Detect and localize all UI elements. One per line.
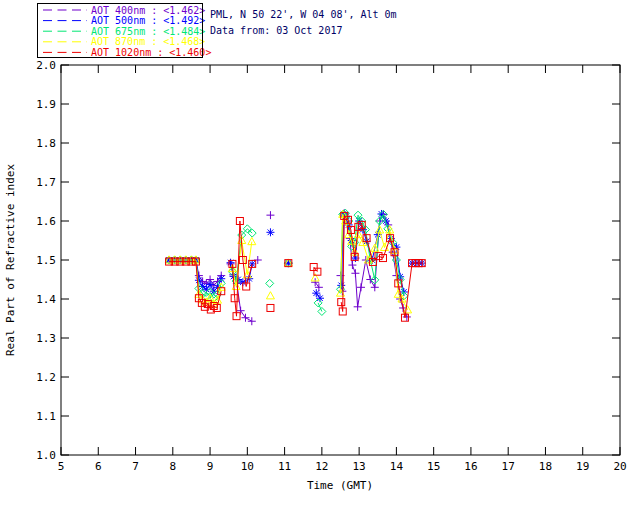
x-tick-label: 14 <box>390 460 404 473</box>
y-tick-label: 1.5 <box>36 254 56 267</box>
plot-border <box>61 65 620 455</box>
x-axis-title: Time (GMT) <box>307 479 373 492</box>
asterisk-marker <box>312 289 320 297</box>
y-axis-title: Real Part of Refractive index <box>4 164 17 356</box>
y-tick-label: 1.0 <box>36 449 56 462</box>
y-tick-label: 1.7 <box>36 176 56 189</box>
x-tick-label: 19 <box>576 460 589 473</box>
legend-entry: AOT 1020nm : <1.460> <box>43 47 211 58</box>
x-tick-label: 9 <box>207 460 214 473</box>
y-tick-label: 1.9 <box>36 98 56 111</box>
y-tick-label: 1.2 <box>36 371 56 384</box>
y-tick-label: 1.6 <box>36 215 56 228</box>
legend-label: AOT 400nm : <1.462> <box>91 5 205 16</box>
station-info: PML, N 50 22', W 04 08', Alt 0m <box>210 9 397 20</box>
asterisk-marker <box>195 276 203 284</box>
x-tick-label: 13 <box>353 460 366 473</box>
data-date: Data from: 03 Oct 2017 <box>210 25 342 36</box>
x-tick-label: 20 <box>613 460 626 473</box>
x-tick-label: 16 <box>464 460 477 473</box>
refractive-index-chart: AOT 400nm : <1.462>AOT 500nm : <1.492>AO… <box>0 0 640 512</box>
triangle-marker <box>266 292 274 299</box>
data-series <box>165 209 426 325</box>
legend-entry: AOT 675nm : <1.484> <box>43 26 205 37</box>
plus-marker <box>237 307 245 315</box>
asterisk-marker <box>266 228 274 236</box>
legend-entry: AOT 870nm : <1.468> <box>43 36 205 47</box>
diamond-marker <box>266 279 274 287</box>
x-tick-label: 8 <box>169 460 176 473</box>
y-tick-label: 1.1 <box>36 410 56 423</box>
x-tick-label: 17 <box>502 460 515 473</box>
aot-plot-page: AOT 400nm : <1.462>AOT 500nm : <1.492>AO… <box>0 0 640 512</box>
x-tick-label: 5 <box>58 460 65 473</box>
legend-label: AOT 1020nm : <1.460> <box>91 47 211 58</box>
plus-marker <box>248 317 256 325</box>
plus-marker <box>348 261 356 269</box>
x-tick-label: 18 <box>539 460 552 473</box>
asterisk-marker <box>206 281 214 289</box>
legend-entry: AOT 400nm : <1.462> <box>43 5 205 16</box>
series-aot-1020nm <box>166 212 426 321</box>
y-tick-label: 1.3 <box>36 332 56 345</box>
square-marker <box>267 304 274 311</box>
plot-frame: 5678910111213141516171819201.01.11.21.31… <box>36 59 627 473</box>
legend-label: AOT 870nm : <1.468> <box>91 36 205 47</box>
series-line <box>315 282 319 287</box>
legend-label: AOT 675nm : <1.484> <box>91 26 205 37</box>
x-tick-label: 10 <box>241 460 254 473</box>
plus-marker <box>357 283 365 291</box>
legend-entry: AOT 500nm : <1.492> <box>43 15 205 26</box>
x-tick-label: 11 <box>278 460 291 473</box>
plus-marker <box>266 211 274 219</box>
x-tick-label: 15 <box>427 460 440 473</box>
y-tick-label: 1.8 <box>36 137 56 150</box>
legend-box: AOT 400nm : <1.462>AOT 500nm : <1.492>AO… <box>43 5 211 58</box>
y-tick-label: 1.4 <box>36 293 56 306</box>
legend-label: AOT 500nm : <1.492> <box>91 15 205 26</box>
x-tick-label: 6 <box>95 460 102 473</box>
x-tick-label: 7 <box>132 460 139 473</box>
plus-marker <box>351 269 359 277</box>
plus-marker <box>354 303 362 311</box>
plus-marker <box>241 314 249 322</box>
y-tick-label: 2.0 <box>36 59 56 72</box>
x-tick-label: 12 <box>315 460 328 473</box>
